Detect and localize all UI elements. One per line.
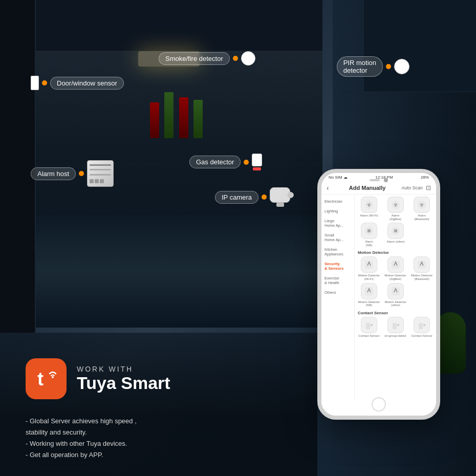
contact-devices-row: Contact Sensor on-group-detect [357,317,434,338]
alarm-bluetooth-device[interactable]: Alarm(Bluetooth) [409,197,434,221]
contact-2-device[interactable]: on-group-detect [383,317,408,338]
gas-detector-shape [252,154,262,166]
motion-zigbee-icon [387,256,404,273]
smoke-fire-dot [233,56,238,61]
motion-detector-title: Motion Detector [357,249,434,256]
smoke-fire-label-container: Smoke/fire detector [159,51,255,66]
sidebar-security[interactable]: Security& Sensors [321,259,354,273]
cabinet-top [36,0,322,51]
alarm-wifi-icon [361,197,377,213]
gas-detector-device [252,154,262,170]
phone-auto-scan-tab[interactable]: Auto Scan [401,185,423,190]
motion-zigbee-device[interactable]: Motion Detector(ZigBee) [383,256,408,280]
contact-3-device[interactable]: Contact Sensor [409,317,434,338]
motion-wifi-icon [361,256,377,273]
alarm-wifi-device[interactable]: Alarm (Wi-Fi) [357,197,381,221]
contact-3-svg [417,320,427,330]
alarm-wifi-label: Alarm (Wi-Fi) [360,214,378,218]
phone-content: Electrician Lighting LargeHome Ap... Sma… [321,194,436,400]
camera-lens [288,192,294,198]
bottle-1 [150,102,159,138]
motion-zigbee-label: Motion Detector(ZigBee) [384,274,406,280]
motion-other-device[interactable]: Motion Detector(other) [383,283,408,307]
svg-rect-7 [367,229,371,232]
alarm-other-icon [387,223,404,239]
motion-nb-device[interactable]: Motion Detector(NB) [357,283,381,307]
alarm-zigbee-device[interactable]: Alarm(ZigBee) [383,197,408,221]
sidebar-small-home[interactable]: SmallHome Ap... [321,230,354,245]
svg-point-22 [52,376,54,378]
bottle-area [148,92,210,159]
motion-bluetooth-icon [414,256,430,273]
gas-dot [244,160,249,165]
alarm-zigbee-svg [391,200,401,210]
phone-screen: No SIM ☁ 12:18 PM 28% ‹ Add Manually Aut… [321,173,436,416]
sidebar-electrician[interactable]: Electrician [321,197,354,206]
alarm-btn-3 [100,179,104,183]
sidebar-lighting[interactable]: Lighting [321,206,354,216]
alarm-nb-icon [361,223,377,239]
svg-point-1 [368,205,370,207]
motion-wifi-svg [364,259,374,270]
feature-3: - Get all operation by APP. [26,449,137,461]
pir-label-container: PIR motiondetector [337,56,409,77]
door-window-dot [42,80,47,85]
sidebar-others[interactable]: Others [321,288,354,297]
contact-1-device[interactable]: Contact Sensor [357,317,381,338]
phone-sidebar: Electrician Lighting LargeHome Ap... Sma… [321,194,355,400]
alarm-host-label: Alarm host [31,167,76,180]
sidebar-exercise[interactable]: Exercise& Health [321,273,354,288]
svg-rect-19 [419,323,423,329]
door-window-label-container: Door/window sensor [31,76,124,90]
tuya-branding-section: t WORK WITH Tuya Smart [26,358,170,399]
contact-1-icon [361,317,377,333]
alarm-devices-row: Alarm (Wi-Fi) Alarm(ZigBee) [357,197,434,221]
phone-container: No SIM ☁ 12:18 PM 28% ‹ Add Manually Aut… [312,164,461,461]
motion-other-svg [391,286,401,296]
alarm-other-label: Alarm (other) [386,240,404,244]
phone-header-title: Add Manually [333,185,402,191]
feature-2: - Working with other Tuya devices. [26,438,137,449]
gas-detector-label-container: Gas detector [189,154,262,170]
alarm-nb-device[interactable]: Alarm(NB) [357,223,381,247]
alarm-btn-2 [95,179,99,183]
motion-nb-svg [364,286,374,296]
motion-bluetooth-label: Motion Detector(Bluetooth) [411,274,432,280]
phone-back-button[interactable]: ‹ [327,184,329,192]
contact-3-icon [414,317,430,333]
motion-other-icon [387,283,404,299]
contact-2-label: on-group-detect [384,334,406,338]
motion-nb-icon [361,283,377,299]
alarm-bluetooth-svg [417,200,427,210]
svg-rect-20 [423,324,425,326]
phone-home-button[interactable] [372,397,386,412]
svg-rect-9 [394,229,397,232]
motion-other-label: Motion Detector(other) [385,300,406,307]
sidebar-large-home[interactable]: LargeHome Ap... [321,216,354,230]
motion-wifi-device[interactable]: Motion Detector(Wi-Fi) [357,256,381,280]
alarm-zigbee-icon [387,197,404,213]
contact-1-svg [364,320,374,330]
phone-scan-icon[interactable]: ⊡ [426,184,431,191]
motion-devices-row: Motion Detector(Wi-Fi) Motion Detector(Z… [357,256,434,280]
door-sensor-icon-shape [31,76,39,90]
motion-bluetooth-device[interactable]: Motion Detector(Bluetooth) [409,256,434,280]
motion-zigbee-svg [391,259,401,270]
bottle-3 [179,97,188,138]
tuya-brand-name: Tuya Smart [77,373,170,393]
pir-sensor-shape [394,59,409,74]
svg-point-0 [365,201,373,209]
alarm-other-device[interactable]: Alarm (other) [383,223,408,247]
pir-dot [386,64,391,69]
tuya-t-icon: t [33,366,59,392]
alarm-nb-svg [364,226,374,236]
alarm-bluetooth-label: Alarm(Bluetooth) [415,214,429,221]
alarm-zigbee-label: Alarm(ZigBee) [390,214,401,221]
phone-header[interactable]: ‹ Add Manually Auto Scan ⊡ [321,182,436,194]
smoke-detector-shape [241,51,255,66]
alarm-host-label-container: Alarm host [31,160,114,187]
contact-sensor-title: Contact Sensor [357,309,434,317]
contact-2-icon [387,317,404,333]
tuya-text-section: WORK WITH Tuya Smart [77,365,170,393]
sidebar-kitchen[interactable]: KitchenAppliances [321,245,354,259]
